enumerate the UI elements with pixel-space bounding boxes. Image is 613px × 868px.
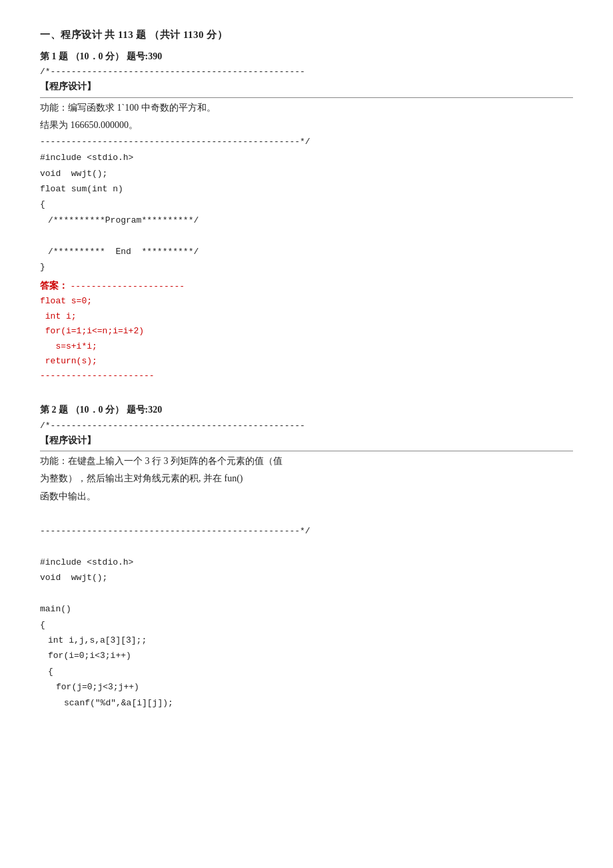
q1-blank-line (40, 229, 573, 243)
q2-divider-top (40, 451, 573, 451)
q2-include: #include <stdio.h> (40, 555, 573, 569)
q1-answer-line1: float s=0; (40, 294, 573, 308)
q1-answer-line2: int i; (40, 309, 573, 323)
q1-program-design-label: 【程序设计】 (40, 79, 573, 94)
q2-comment-start: /*--------------------------------------… (40, 419, 573, 433)
q1-float-sum: float sum(int n) (40, 182, 573, 196)
q2-comment-end: ----------------------------------------… (40, 525, 573, 539)
q2-blank1 (40, 539, 573, 553)
q1-close-brace: } (40, 260, 573, 274)
q2-program-design-label: 【程序设计】 (40, 433, 573, 448)
q1-answer-end-divider: ---------------------- (40, 369, 573, 383)
q1-answer-section: 答案： ---------------------- (40, 279, 573, 294)
q1-answer-line4: s=s+i*i; (40, 339, 573, 353)
q2-func-desc-2: 为整数），然后输出主对角线元素的积, 并在 fun() (40, 471, 573, 486)
question-1-header: 第 1 题 （10．0 分） 题号:390 (40, 49, 573, 64)
q2-open-brace2: { (40, 665, 573, 679)
q1-func-desc-2: 结果为 166650.000000。 (40, 118, 573, 133)
q1-end-comment: /********** End **********/ (40, 245, 573, 259)
q1-answer-label: 答案： (40, 281, 68, 291)
q2-void-wwjt: void wwjt(); (40, 571, 573, 585)
q1-program-comment: /**********Program**********/ (40, 213, 573, 227)
section-title: 一、程序设计 共 113 题 （共计 1130 分） (40, 27, 573, 43)
q1-answer-line3: for(i=1;i<=n;i=i+2) (40, 324, 573, 338)
q2-func-desc-1: 功能：在键盘上输入一个 3 行 3 列矩阵的各个元素的值（值 (40, 454, 573, 469)
q2-open-brace: { (40, 618, 573, 632)
question-1-block: 第 1 题 （10．0 分） 题号:390 /*----------------… (40, 49, 573, 383)
q1-divider-top (40, 97, 573, 98)
q2-for-j: for(j=0;j<3;j++) (40, 680, 573, 694)
q2-scanf: scanf("%d",&a[i][j]); (40, 696, 573, 710)
q2-main: main() (40, 602, 573, 616)
q1-func-desc-1: 功能：编写函数求 1`100 中奇数的平方和。 (40, 101, 573, 115)
q1-void-wwjt: void wwjt(); (40, 167, 573, 181)
q1-include: #include <stdio.h> (40, 151, 573, 165)
question-2-block: 第 2 题 （10．0 分） 题号:320 /*----------------… (40, 403, 573, 710)
q1-answer-divider: ---------------------- (71, 281, 185, 291)
q2-int-decl: int i,j,s,a[3][3];; (40, 633, 573, 647)
q1-open-brace: { (40, 197, 573, 211)
q1-comment-end: ----------------------------------------… (40, 135, 573, 149)
q2-func-desc-4 (40, 507, 573, 521)
q1-comment-start: /*--------------------------------------… (40, 65, 573, 79)
q2-blank2 (40, 587, 573, 601)
q2-func-desc-3: 函数中输出。 (40, 489, 573, 504)
q1-answer-line5: return(s); (40, 354, 573, 368)
q2-for-i: for(i=0;i<3;i++) (40, 649, 573, 663)
question-2-header: 第 2 题 （10．0 分） 题号:320 (40, 403, 573, 417)
